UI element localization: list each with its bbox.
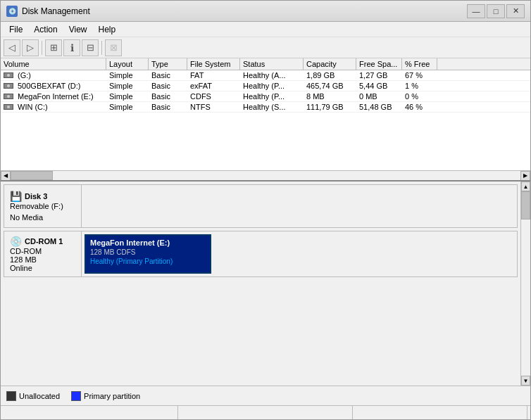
cell-capacity-1: 465,74 GB <box>304 81 356 91</box>
cell-type-3: Basic <box>149 102 187 112</box>
properties-button[interactable]: ℹ <box>63 39 80 56</box>
table-row[interactable]: WIN (C:) Simple Basic NTFS Healthy (S...… <box>1 102 530 113</box>
disk-icon-1 <box>4 83 13 89</box>
back-button[interactable]: ◁ <box>4 39 20 56</box>
cell-pct-3: 46 % <box>402 102 437 112</box>
scroll-down-button[interactable]: ▼ <box>521 376 530 386</box>
cell-free-0: 1,27 GB <box>356 70 402 80</box>
disk3-title: 💾 Disk 3 <box>10 191 75 202</box>
col-header-capacity[interactable]: Capacity <box>304 58 356 70</box>
cell-pct-1: 1 % <box>402 81 437 91</box>
cell-fs-3: NTFS <box>187 102 240 112</box>
cell-capacity-0: 1,89 GB <box>304 70 356 80</box>
v-scrollbar[interactable]: ▲ ▼ <box>520 182 530 386</box>
cell-capacity-2: 8 MB <box>304 91 356 101</box>
cell-status-0: Healthy (A... <box>240 70 304 80</box>
window-controls: — □ ✕ <box>467 4 525 18</box>
cell-pct-0: 67 % <box>402 70 437 80</box>
table-body: (G:) Simple Basic FAT Healthy (A... 1,89… <box>1 70 530 170</box>
cell-volume-0: (G:) <box>1 70 106 80</box>
col-header-type[interactable]: Type <box>149 58 187 70</box>
app-icon: 💿 <box>6 6 18 17</box>
cdrom1-size: 128 MB <box>10 255 75 264</box>
v-scroll-thumb[interactable] <box>521 191 530 219</box>
disk-icon-2 <box>4 94 13 99</box>
disk3-media: No Media <box>10 213 75 222</box>
table-header: Volume Layout Type File System Status Ca… <box>1 58 530 70</box>
menu-help[interactable]: Help <box>93 23 122 36</box>
table-row[interactable]: MegaFon Internet (E:) Simple Basic CDFS … <box>1 91 530 102</box>
disk-label-cdrom1: 💿 CD-ROM 1 CD-ROM 128 MB Online <box>4 231 82 276</box>
cell-layout-1: Simple <box>106 81 149 91</box>
col-header-pct[interactable]: % Free <box>402 58 437 70</box>
partition-megafon-status: Healthy (Primary Partition) <box>90 257 206 265</box>
disk-map-wrapper: 💾 Disk 3 Removable (F:) No Media 💿 <box>1 182 530 386</box>
disk-icon-3 <box>4 104 13 110</box>
col-header-volume[interactable]: Volume <box>1 58 106 70</box>
partition-megafon-info: 128 MB CDFS <box>90 248 206 256</box>
menu-action[interactable]: Action <box>28 23 63 36</box>
menu-view[interactable]: View <box>63 23 93 36</box>
legend-label-primary: Primary partition <box>84 392 140 400</box>
h-scroll-thumb[interactable] <box>11 171 53 180</box>
legend-label-unallocated: Unallocated <box>19 392 60 400</box>
cdrom1-type: CD-ROM <box>10 247 75 255</box>
cdrom-icon: 💿 <box>10 236 22 247</box>
disk-icon-disk3: 💾 <box>10 191 22 202</box>
view-grid-button[interactable]: ⊞ <box>45 39 62 56</box>
cdrom1-partitions: MegaFon Internet (E:) 128 MB CDFS Health… <box>82 231 517 276</box>
cell-volume-3: WIN (C:) <box>1 102 106 112</box>
col-header-filesystem[interactable]: File System <box>187 58 240 70</box>
cell-fs-1: exFAT <box>187 81 240 91</box>
table-row[interactable]: 500GBEXFAT (D:) Simple Basic exFAT Healt… <box>1 81 530 91</box>
forward-button[interactable]: ▷ <box>22 39 39 56</box>
maximize-button[interactable]: □ <box>487 4 505 18</box>
v-scroll-track[interactable] <box>521 191 530 376</box>
window-title: Disk Management <box>22 6 467 16</box>
cell-free-1: 5,44 GB <box>356 81 402 91</box>
status-panel-2 <box>178 406 353 419</box>
cell-fs-2: CDFS <box>187 91 240 101</box>
cell-layout-0: Simple <box>106 70 149 80</box>
cell-fs-0: FAT <box>187 70 240 80</box>
cell-pct-2: 0 % <box>402 91 437 101</box>
h-scroll-track[interactable] <box>11 171 520 180</box>
menu-file[interactable]: File <box>4 23 28 36</box>
cell-type-0: Basic <box>149 70 187 80</box>
legend-primary: Primary partition <box>71 391 140 401</box>
status-panel-1 <box>4 406 178 419</box>
cell-status-1: Healthy (P... <box>240 81 304 91</box>
table-row[interactable]: (G:) Simple Basic FAT Healthy (A... 1,89… <box>1 70 530 81</box>
disk-label-disk3: 💾 Disk 3 Removable (F:) No Media <box>4 185 82 227</box>
scroll-left-button[interactable]: ◀ <box>1 171 11 181</box>
cell-layout-3: Simple <box>106 102 149 112</box>
cell-status-2: Healthy (P... <box>240 91 304 101</box>
col-header-layout[interactable]: Layout <box>106 58 149 70</box>
partition-megafon-name: MegaFon Internet (E:) <box>90 238 206 247</box>
col-header-free[interactable]: Free Spa... <box>356 58 402 70</box>
cell-status-3: Healthy (S... <box>240 102 304 112</box>
status-bar <box>1 405 530 419</box>
scroll-right-button[interactable]: ▶ <box>520 171 530 181</box>
view-list-button[interactable]: ⊟ <box>82 39 99 56</box>
partition-megafon[interactable]: MegaFon Internet (E:) 128 MB CDFS Health… <box>85 234 211 274</box>
scroll-up-button[interactable]: ▲ <box>521 182 530 191</box>
h-scrollbar[interactable]: ◀ ▶ <box>1 170 530 180</box>
volume-table: Volume Layout Type File System Status Ca… <box>1 58 530 182</box>
disk-item-disk3: 💾 Disk 3 Removable (F:) No Media <box>4 184 518 228</box>
cell-volume-1: 500GBEXFAT (D:) <box>1 81 106 91</box>
toolbar: ◁ ▷ ⊞ ℹ ⊟ ⊠ <box>1 37 530 58</box>
cell-capacity-3: 111,79 GB <box>304 102 356 112</box>
disk-map-area: 💾 Disk 3 Removable (F:) No Media 💿 <box>1 182 520 386</box>
col-header-status[interactable]: Status <box>240 58 304 70</box>
legend-color-primary <box>71 391 81 401</box>
status-panel-3 <box>353 406 527 419</box>
cell-type-1: Basic <box>149 81 187 91</box>
menu-bar: File Action View Help <box>1 22 530 37</box>
cell-type-2: Basic <box>149 91 187 101</box>
toolbar-sep-2 <box>101 41 102 55</box>
close-button[interactable]: ✕ <box>506 4 525 18</box>
cdrom1-status: Online <box>10 264 75 272</box>
legend-unallocated: Unallocated <box>6 391 60 401</box>
minimize-button[interactable]: — <box>467 4 485 18</box>
